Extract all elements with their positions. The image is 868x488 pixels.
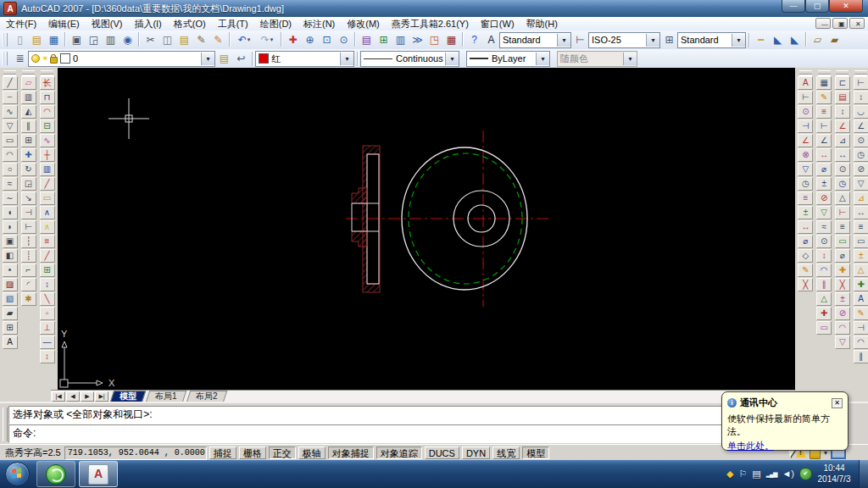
dim-tool-icon[interactable]: ⊙ xyxy=(816,235,832,248)
dim-tool-icon[interactable]: ◠ xyxy=(854,336,868,349)
dim-tool-icon[interactable]: ± xyxy=(854,249,868,263)
dim-tool-icon[interactable]: ∥ xyxy=(816,278,832,291)
yx-tool-icon[interactable]: ∧ xyxy=(40,220,55,234)
dim-tool-icon[interactable]: ▦ xyxy=(816,76,832,90)
mdi-close-button[interactable]: ✕ xyxy=(849,18,865,29)
menu-视图[interactable]: 视图(V) xyxy=(86,17,129,30)
dim-tool-icon[interactable]: ⊙ xyxy=(835,163,850,176)
chevron-down-icon[interactable]: ▾ xyxy=(445,53,459,65)
rotate-icon[interactable]: ↻ xyxy=(21,163,36,176)
rectangle-icon[interactable]: ▭ xyxy=(3,134,18,147)
dim-tool-icon[interactable]: ◷ xyxy=(835,177,850,191)
cut-icon[interactable]: ✂ xyxy=(142,32,159,48)
chevron-down-icon[interactable]: ▾ xyxy=(536,53,549,65)
dim-tool-icon[interactable]: ⊢ xyxy=(854,76,868,90)
yx-sheet-1-icon[interactable]: ▱ xyxy=(810,32,826,48)
plot-preview-icon[interactable]: ◲ xyxy=(86,32,102,48)
yx-tool-icon[interactable]: ╲ xyxy=(40,292,55,306)
dim-tool-icon[interactable]: ⊘ xyxy=(835,307,850,320)
dim-tool-icon[interactable]: △ xyxy=(835,191,850,205)
dim-tool-icon[interactable]: ◡ xyxy=(854,105,868,119)
break-at-point-icon[interactable]: ┆ xyxy=(21,235,36,248)
region-icon[interactable]: ▰ xyxy=(3,307,18,320)
dim-tool-icon[interactable]: ▭ xyxy=(816,321,832,335)
dim-tool-icon[interactable]: ↕ xyxy=(854,91,868,104)
tab-nav-button[interactable]: ◀ xyxy=(66,391,80,402)
help-icon[interactable]: ? xyxy=(466,32,482,48)
dim-tool-icon[interactable]: ≡ xyxy=(854,220,868,234)
chamfer-icon[interactable]: ⌐ xyxy=(21,263,36,277)
copy-icon[interactable]: ▥ xyxy=(21,91,36,104)
command-grip[interactable] xyxy=(3,408,8,441)
dim-tool-icon[interactable]: ⊘ xyxy=(854,163,868,176)
plot-icon[interactable]: ▣ xyxy=(69,32,85,48)
quickcalc-icon[interactable]: ▦ xyxy=(443,32,459,48)
menu-标注[interactable]: 标注(N) xyxy=(298,17,341,30)
dim-tool-icon[interactable]: ✚ xyxy=(854,278,868,291)
chevron-down-icon[interactable]: ▾ xyxy=(557,34,570,47)
publish-icon[interactable]: ▥ xyxy=(103,32,119,48)
yx-sheet-2-icon[interactable]: ▰ xyxy=(826,32,843,48)
array-icon[interactable]: ⊞ xyxy=(21,134,36,147)
dim-tool-icon[interactable]: ▽ xyxy=(854,177,868,191)
mtext-icon[interactable]: A xyxy=(3,336,18,349)
menu-帮助[interactable]: 帮助(H) xyxy=(520,17,564,30)
toolbar-grip[interactable] xyxy=(3,33,8,47)
ellipse-arc-icon[interactable]: ◗ xyxy=(3,220,18,234)
dim-tool-icon[interactable]: ⊙ xyxy=(798,105,813,119)
dim-tool-icon[interactable]: △ xyxy=(816,292,832,306)
open-icon[interactable]: ▤ xyxy=(29,32,45,48)
dim-tool-icon[interactable]: ⌀ xyxy=(798,235,813,248)
gradient-icon[interactable]: ▧ xyxy=(3,292,18,306)
fillet-icon[interactable]: ◜ xyxy=(21,278,36,291)
yx-tool-icon[interactable]: ▫ xyxy=(40,307,55,320)
dim-tool-icon[interactable]: ✚ xyxy=(835,263,850,277)
dim-tool-icon[interactable]: ≡ xyxy=(816,105,832,119)
dim-tool-icon[interactable]: ✎ xyxy=(816,91,832,104)
menu-燕秀工具箱2.61[interactable]: 燕秀工具箱2.61(Y) xyxy=(386,17,475,30)
yx-tool-icon[interactable]: ↕ xyxy=(40,278,55,291)
yx-tool-1-icon[interactable]: ◣ xyxy=(770,32,786,48)
extend-icon[interactable]: ⊢ xyxy=(21,220,36,234)
zoom-window-icon[interactable]: ⊡ xyxy=(319,32,335,48)
chevron-down-icon[interactable]: ▾ xyxy=(340,53,353,65)
linetype-combo[interactable]: Continuous ▾ xyxy=(360,51,459,67)
menu-绘图[interactable]: 绘图(D) xyxy=(254,17,298,30)
zoom-previous-icon[interactable]: ⊙ xyxy=(336,32,352,48)
yx-tool-icon[interactable]: ╱ xyxy=(40,249,55,263)
dim-tool-icon[interactable]: ↔ xyxy=(798,220,813,234)
make-block-icon[interactable]: ◧ xyxy=(3,249,18,263)
dim-tool-icon[interactable]: ⊣ xyxy=(798,119,813,133)
table-style-combo[interactable]: Standard ▾ xyxy=(677,32,746,48)
redo-icon[interactable]: ↷▾ xyxy=(256,32,278,48)
show-desktop-button[interactable] xyxy=(859,460,868,488)
revcloud-icon[interactable]: ≈ xyxy=(3,177,18,191)
color-combo[interactable]: 红 ▾ xyxy=(255,51,354,67)
status-toggle-捕捉[interactable]: 捕捉 xyxy=(209,446,236,459)
match-properties-icon[interactable]: ✎ xyxy=(210,32,226,48)
dim-tool-icon[interactable]: ⊢ xyxy=(835,206,850,219)
tray-updater-icon[interactable]: ◆ xyxy=(726,469,733,479)
undo-icon[interactable]: ↶▾ xyxy=(233,32,255,48)
circle-icon[interactable]: ○ xyxy=(3,163,18,176)
line-icon[interactable]: ╱ xyxy=(3,76,18,90)
tab-nav-button[interactable]: |◀ xyxy=(52,391,65,402)
menu-格式[interactable]: 格式(O) xyxy=(168,17,212,30)
yx-tool-2-icon[interactable]: ◣ xyxy=(787,32,803,48)
copy-icon[interactable]: ◫ xyxy=(159,32,175,48)
status-toggle-DUCS[interactable]: DUCS xyxy=(425,446,459,459)
dim-tool-icon[interactable]: ▽ xyxy=(798,163,813,176)
paste-icon[interactable]: ▤ xyxy=(176,32,192,48)
yx-length-icon[interactable]: 长 xyxy=(40,76,55,90)
drawing-area[interactable]: X Y xyxy=(58,68,795,390)
yx-tool-icon[interactable]: ∧ xyxy=(40,206,55,219)
move-icon[interactable]: ✚ xyxy=(21,148,36,162)
dim-tool-icon[interactable]: ▤ xyxy=(835,91,850,104)
dim-tool-icon[interactable]: ◠ xyxy=(816,263,832,277)
mirror-icon[interactable]: ◭ xyxy=(21,105,36,119)
yx-tool-icon[interactable]: ▭ xyxy=(40,191,55,205)
tab-nav-button[interactable]: ▶| xyxy=(95,391,108,402)
trim-icon[interactable]: ⊣ xyxy=(21,206,36,219)
save-icon[interactable]: ▦ xyxy=(46,32,62,48)
dim-tool-icon[interactable]: ⊣ xyxy=(854,321,868,335)
